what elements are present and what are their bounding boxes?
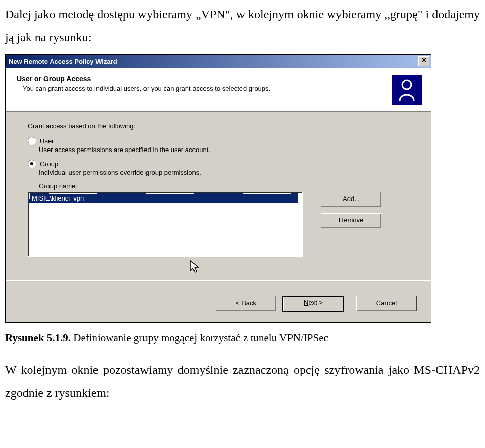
radio-user-label: User [40,137,54,145]
radio-user[interactable]: User [28,137,409,145]
radio-icon [28,160,36,168]
window-title: New Remote Access Policy Wizard [9,58,418,65]
list-item[interactable]: MISIE\klienci_vpn [29,193,298,203]
titlebar: New Remote Access Policy Wizard ✕ [6,55,431,68]
group-listbox[interactable]: MISIE\klienci_vpn [28,192,303,257]
cancel-button[interactable]: Cancel [356,296,417,311]
wizard-body: Grant access based on the following: Use… [6,112,431,296]
wizard-dialog: New Remote Access Policy Wizard ✕ User o… [5,54,431,323]
wizard-header: User or Group Access You can grant acces… [6,68,431,112]
grant-access-label: Grant access based on the following: [28,122,409,130]
radio-icon [28,137,36,145]
wizard-step-description: You can grant access to individual users… [23,85,336,93]
doc-intro-text: Dalej jako metodę dostępu wybieramy „VPN… [5,3,480,49]
figure-caption: Rysunek 5.1.9. Definiowanie grupy mogące… [5,332,480,344]
radio-group-description: Individual user permissions override gro… [39,169,409,176]
doc-outro-text: W kolejnym oknie pozostawiamy domyślnie … [5,359,480,405]
back-button[interactable]: < Back [216,296,276,311]
wizard-step-title: User or Group Access [17,75,384,83]
close-icon[interactable]: ✕ [418,56,429,66]
radio-group[interactable]: Group [28,160,409,168]
wizard-footer: < Back Next > Cancel [6,296,431,322]
group-name-label: Group name: [39,182,409,190]
cursor-icon [189,260,409,274]
wizard-user-icon [392,75,422,105]
next-button[interactable]: Next > [282,296,344,312]
radio-group-label: Group [40,160,58,168]
remove-button[interactable]: Remove [321,213,381,228]
svg-point-0 [402,80,411,89]
radio-user-description: User access permissions are specified in… [39,146,409,154]
separator [6,280,431,281]
add-button[interactable]: Add... [321,192,381,207]
